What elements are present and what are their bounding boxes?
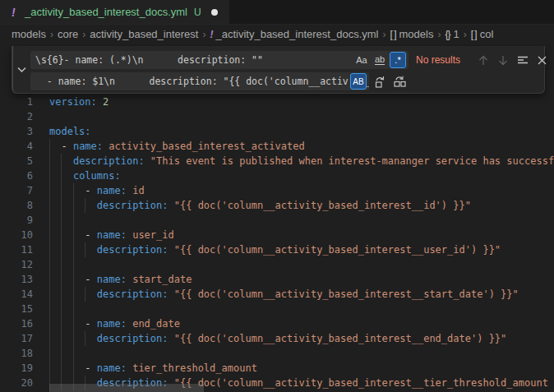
indent-guide [49, 213, 50, 228]
code-text: - name: id [49, 183, 145, 198]
find-input[interactable]: \s{6}- name: (.*)\n description: "" Aa a… [30, 51, 409, 69]
code-text: description: "{{ doc('column__activity_b… [49, 242, 501, 257]
tab-activity-based-interest-docs[interactable]: ! _activity_based_interest_docs.yml U [0, 0, 229, 24]
indent-guide [73, 257, 74, 272]
code-text: models: [49, 124, 91, 139]
code-text: description: "{{ doc('column__activity_b… [49, 331, 506, 346]
breadcrumb-item[interactable]: models [12, 28, 46, 40]
close-icon [538, 56, 547, 65]
replace-input[interactable]: - name: $1\n description: "{{ doc('colum… [30, 72, 369, 90]
code-line[interactable]: 2 [0, 109, 554, 124]
code-line[interactable]: 11 description: "{{ doc('column__activit… [0, 242, 554, 257]
indent-guide [73, 302, 74, 316]
code-text: version: 2 [49, 95, 108, 109]
code-text: description: "This event is published wh… [49, 154, 554, 168]
indent-guide [61, 213, 62, 228]
code-text: - name: user_id [49, 228, 174, 242]
vscode-window: ! _activity_based_interest_docs.yml U mo… [0, 0, 554, 392]
line-number: 7 [0, 183, 33, 198]
breadcrumb-separator-icon: › [437, 29, 441, 40]
code-text: - name: tier_threshold_amount [49, 361, 257, 376]
toggle-replace-button[interactable] [12, 46, 30, 93]
find-results-count: No results [416, 54, 472, 66]
find-in-selection-button[interactable] [514, 52, 531, 69]
code-line[interactable]: 18 [0, 346, 554, 361]
line-number: 10 [0, 228, 33, 242]
code-text: - name: start_date [49, 272, 192, 287]
code-line[interactable]: 1version: 2 [0, 95, 554, 109]
code-line[interactable]: 13 - name: start_date [0, 272, 554, 287]
unsaved-changes-dot-icon[interactable] [211, 9, 218, 16]
preserve-case-toggle[interactable]: AB [350, 73, 367, 90]
code-line[interactable]: 8 description: "{{ doc('column__activity… [0, 198, 554, 213]
line-number: 19 [0, 361, 33, 376]
indent-guide [49, 257, 50, 272]
code-line[interactable]: 5 description: "This event is published … [0, 154, 554, 168]
line-number: 15 [0, 302, 33, 316]
regex-toggle[interactable]: .* [390, 52, 406, 68]
code-text: - name: activity_based_interest_activate… [49, 139, 305, 154]
line-number: 1 [0, 95, 33, 109]
code-line[interactable]: 12 [0, 257, 554, 272]
breadcrumb-separator-icon: › [50, 29, 53, 40]
horizontal-scrollbar[interactable] [49, 384, 204, 392]
close-find-button[interactable] [533, 52, 551, 69]
indent-guide [73, 346, 74, 361]
breadcrumb-item[interactable]: [ ]models [390, 28, 433, 40]
line-number: 13 [0, 272, 33, 287]
indent-guide [73, 213, 74, 228]
code-line[interactable]: 6 columns: [0, 168, 554, 183]
code-line[interactable]: 16 - name: end_date [0, 316, 554, 331]
code-line[interactable]: 17 description: "{{ doc('column__activit… [0, 331, 554, 346]
previous-match-button[interactable] [474, 52, 492, 69]
line-number: 11 [0, 242, 33, 257]
next-match-button[interactable] [494, 52, 511, 69]
code-text: columns: [49, 168, 121, 183]
code-line[interactable]: 14 description: "{{ doc('column__activit… [0, 287, 554, 302]
indent-guide [49, 302, 50, 316]
tab-title: _activity_based_interest_docs.yml [25, 6, 187, 18]
line-number: 12 [0, 257, 33, 272]
breadcrumb-label: activity_based_interest [90, 28, 198, 40]
code-line[interactable]: 4 - name: activity_based_interest_activa… [0, 139, 554, 154]
whole-word-toggle[interactable]: ab [372, 52, 388, 68]
breadcrumb-item[interactable]: !_activity_based_interest_docs.yml [210, 28, 378, 40]
match-case-toggle[interactable]: Aa [353, 52, 370, 68]
file-warning-icon: ! [210, 29, 212, 40]
arrow-up-icon [478, 55, 488, 66]
breadcrumb-label: 1 [453, 28, 459, 40]
code-line[interactable]: 9 [0, 213, 554, 228]
breadcrumb-item[interactable]: [ ]col [471, 28, 494, 40]
replace-value-text: - name: $1\n description: "{{ doc('colum… [35, 72, 369, 90]
breadcrumb-item[interactable]: core [58, 28, 78, 40]
line-number: 2 [0, 109, 33, 124]
find-replace-widget: \s{6}- name: (.*)\n description: "" Aa a… [12, 46, 545, 94]
find-in-selection-icon [517, 55, 529, 65]
line-number: 6 [0, 168, 33, 183]
code-line[interactable]: 19 - name: tier_threshold_amount [0, 361, 554, 376]
replace-all-button[interactable] [391, 73, 409, 90]
symbol-array-icon: [ ] [471, 29, 477, 40]
indent-guide [61, 302, 62, 316]
code-line[interactable]: 7 - name: id [0, 183, 554, 198]
chevron-down-icon [17, 67, 26, 73]
code-line[interactable]: 3models: [0, 124, 554, 139]
replace-all-icon [393, 76, 407, 88]
code-line[interactable]: 10 - name: user_id [0, 228, 554, 242]
line-number: 5 [0, 154, 33, 168]
breadcrumb-item[interactable]: activity_based_interest [90, 28, 198, 40]
breadcrumb-separator-icon: › [382, 29, 385, 40]
breadcrumb-separator-icon: › [464, 29, 467, 40]
breadcrumb-separator-icon: › [202, 29, 205, 40]
line-number: 3 [0, 124, 33, 139]
line-number: 16 [0, 316, 33, 331]
indent-guide [49, 346, 50, 361]
line-number: 20 [0, 376, 33, 390]
code-editor[interactable]: \s{6}- name: (.*)\n description: "" Aa a… [0, 44, 554, 392]
find-query-text: \s{6}- name: (.*)\n description: "" [35, 51, 263, 69]
code-line[interactable]: 15 [0, 302, 554, 316]
breadcrumb-item[interactable]: {}1 [445, 28, 459, 40]
replace-button[interactable] [372, 73, 389, 90]
breadcrumb-label: _activity_based_interest_docs.yml [215, 28, 378, 40]
tab-bar: ! _activity_based_interest_docs.yml U [0, 0, 554, 25]
